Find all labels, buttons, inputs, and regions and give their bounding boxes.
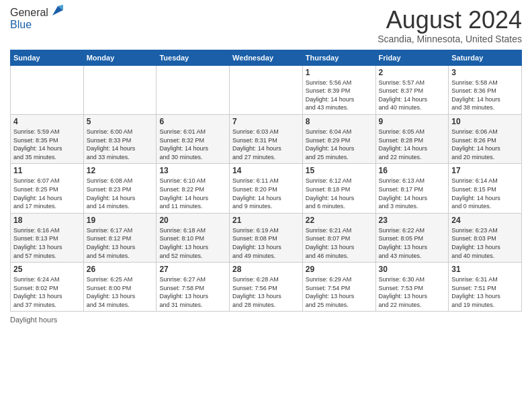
- weekday-header-row: Sunday Monday Tuesday Wednesday Thursday…: [11, 50, 522, 65]
- logo: General Blue: [10, 7, 66, 31]
- table-row: 31Sunrise: 6:31 AM Sunset: 7:51 PM Dayli…: [449, 263, 522, 312]
- day-number: 16: [379, 166, 446, 175]
- day-number: 22: [306, 216, 373, 225]
- day-info: Sunrise: 5:59 AM Sunset: 8:35 PM Dayligh…: [13, 128, 81, 161]
- day-info: Sunrise: 6:31 AM Sunset: 7:51 PM Dayligh…: [451, 275, 519, 309]
- footer: Daylight hours: [10, 316, 522, 324]
- day-info: Sunrise: 5:57 AM Sunset: 8:37 PM Dayligh…: [379, 79, 446, 112]
- day-info: Sunrise: 6:17 AM Sunset: 8:12 PM Dayligh…: [87, 226, 154, 260]
- day-number: 17: [451, 166, 519, 175]
- table-row: 14Sunrise: 6:11 AM Sunset: 8:20 PM Dayli…: [230, 164, 303, 213]
- logo-icon: [50, 2, 66, 18]
- table-row: 4Sunrise: 5:59 AM Sunset: 8:35 PM Daylig…: [11, 114, 84, 163]
- day-number: 6: [159, 117, 226, 126]
- table-row: 25Sunrise: 6:24 AM Sunset: 8:02 PM Dayli…: [11, 263, 84, 312]
- day-info: Sunrise: 6:00 AM Sunset: 8:33 PM Dayligh…: [87, 128, 154, 161]
- day-info: Sunrise: 6:13 AM Sunset: 8:17 PM Dayligh…: [379, 177, 446, 210]
- table-row: 21Sunrise: 6:19 AM Sunset: 8:08 PM Dayli…: [230, 213, 303, 262]
- table-row: 24Sunrise: 6:23 AM Sunset: 8:03 PM Dayli…: [449, 213, 522, 262]
- logo-blue-text: Blue: [10, 19, 66, 31]
- day-number: 26: [87, 265, 154, 274]
- day-number: 28: [232, 265, 300, 274]
- table-row: 17Sunrise: 6:14 AM Sunset: 8:15 PM Dayli…: [449, 164, 522, 213]
- table-row: 30Sunrise: 6:30 AM Sunset: 7:53 PM Dayli…: [375, 263, 449, 312]
- table-row: 3Sunrise: 5:58 AM Sunset: 8:36 PM Daylig…: [449, 65, 522, 114]
- col-saturday: Saturday: [449, 50, 522, 65]
- day-number: 2: [379, 68, 446, 77]
- day-info: Sunrise: 6:25 AM Sunset: 8:00 PM Dayligh…: [87, 275, 154, 309]
- table-row: 16Sunrise: 6:13 AM Sunset: 8:17 PM Dayli…: [375, 164, 449, 213]
- day-number: 4: [13, 117, 81, 126]
- day-info: Sunrise: 6:30 AM Sunset: 7:53 PM Dayligh…: [379, 275, 446, 309]
- daylight-label: Daylight hours: [10, 316, 57, 324]
- col-wednesday: Wednesday: [230, 50, 303, 65]
- day-info: Sunrise: 6:21 AM Sunset: 8:07 PM Dayligh…: [306, 226, 373, 260]
- location: Scandia, Minnesota, United States: [378, 34, 522, 44]
- day-number: 12: [87, 166, 154, 175]
- calendar-week-row: 4Sunrise: 5:59 AM Sunset: 8:35 PM Daylig…: [11, 114, 522, 163]
- table-row: [11, 65, 84, 114]
- table-row: 13Sunrise: 6:10 AM Sunset: 8:22 PM Dayli…: [157, 164, 230, 213]
- col-thursday: Thursday: [302, 50, 375, 65]
- table-row: 26Sunrise: 6:25 AM Sunset: 8:00 PM Dayli…: [83, 263, 157, 312]
- day-number: 23: [379, 216, 446, 225]
- table-row: 15Sunrise: 6:12 AM Sunset: 8:18 PM Dayli…: [302, 164, 375, 213]
- table-row: 19Sunrise: 6:17 AM Sunset: 8:12 PM Dayli…: [83, 213, 157, 262]
- col-monday: Monday: [83, 50, 157, 65]
- logo-general-text: General: [10, 7, 48, 19]
- day-info: Sunrise: 6:03 AM Sunset: 8:31 PM Dayligh…: [232, 128, 300, 161]
- day-number: 14: [232, 166, 300, 175]
- table-row: 18Sunrise: 6:16 AM Sunset: 8:13 PM Dayli…: [11, 213, 84, 262]
- calendar-week-row: 11Sunrise: 6:07 AM Sunset: 8:25 PM Dayli…: [11, 164, 522, 213]
- day-info: Sunrise: 6:18 AM Sunset: 8:10 PM Dayligh…: [159, 226, 226, 260]
- day-info: Sunrise: 6:22 AM Sunset: 8:05 PM Dayligh…: [379, 226, 446, 260]
- calendar-week-row: 1Sunrise: 5:56 AM Sunset: 8:39 PM Daylig…: [11, 65, 522, 114]
- table-row: [157, 65, 230, 114]
- day-info: Sunrise: 5:58 AM Sunset: 8:36 PM Dayligh…: [451, 79, 519, 112]
- page: General Blue August 2024 Scandia, Minnes…: [0, 0, 532, 411]
- table-row: 10Sunrise: 6:06 AM Sunset: 8:26 PM Dayli…: [449, 114, 522, 163]
- day-number: 31: [451, 265, 519, 274]
- day-number: 13: [159, 166, 226, 175]
- day-number: 20: [159, 216, 226, 225]
- day-number: 8: [306, 117, 373, 126]
- day-number: 21: [232, 216, 300, 225]
- table-row: 9Sunrise: 6:05 AM Sunset: 8:28 PM Daylig…: [375, 114, 449, 163]
- table-row: 23Sunrise: 6:22 AM Sunset: 8:05 PM Dayli…: [375, 213, 449, 262]
- day-info: Sunrise: 6:12 AM Sunset: 8:18 PM Dayligh…: [306, 177, 373, 210]
- calendar-week-row: 25Sunrise: 6:24 AM Sunset: 8:02 PM Dayli…: [11, 263, 522, 312]
- day-number: 24: [451, 216, 519, 225]
- day-info: Sunrise: 6:16 AM Sunset: 8:13 PM Dayligh…: [13, 226, 81, 260]
- day-number: 9: [379, 117, 446, 126]
- day-info: Sunrise: 6:27 AM Sunset: 7:58 PM Dayligh…: [159, 275, 226, 309]
- table-row: 8Sunrise: 6:04 AM Sunset: 8:29 PM Daylig…: [302, 114, 375, 163]
- table-row: [230, 65, 303, 114]
- title-block: August 2024 Scandia, Minnesota, United S…: [378, 7, 522, 44]
- table-row: 7Sunrise: 6:03 AM Sunset: 8:31 PM Daylig…: [230, 114, 303, 163]
- table-row: 28Sunrise: 6:28 AM Sunset: 7:56 PM Dayli…: [230, 263, 303, 312]
- day-info: Sunrise: 6:04 AM Sunset: 8:29 PM Dayligh…: [306, 128, 373, 161]
- day-info: Sunrise: 6:29 AM Sunset: 7:54 PM Dayligh…: [306, 275, 373, 309]
- day-number: 5: [87, 117, 154, 126]
- table-row: 5Sunrise: 6:00 AM Sunset: 8:33 PM Daylig…: [83, 114, 157, 163]
- col-sunday: Sunday: [11, 50, 84, 65]
- day-number: 1: [306, 68, 373, 77]
- col-friday: Friday: [375, 50, 449, 65]
- day-info: Sunrise: 6:01 AM Sunset: 8:32 PM Dayligh…: [159, 128, 226, 161]
- table-row: 29Sunrise: 6:29 AM Sunset: 7:54 PM Dayli…: [302, 263, 375, 312]
- month-title: August 2024: [378, 7, 522, 34]
- day-info: Sunrise: 6:23 AM Sunset: 8:03 PM Dayligh…: [451, 226, 519, 260]
- day-number: 19: [87, 216, 154, 225]
- day-number: 11: [13, 166, 81, 175]
- col-tuesday: Tuesday: [157, 50, 230, 65]
- day-info: Sunrise: 6:06 AM Sunset: 8:26 PM Dayligh…: [451, 128, 519, 161]
- day-number: 29: [306, 265, 373, 274]
- day-info: Sunrise: 6:07 AM Sunset: 8:25 PM Dayligh…: [13, 177, 81, 210]
- header: General Blue August 2024 Scandia, Minnes…: [10, 7, 522, 44]
- day-number: 30: [379, 265, 446, 274]
- day-number: 3: [451, 68, 519, 77]
- day-info: Sunrise: 5:56 AM Sunset: 8:39 PM Dayligh…: [306, 79, 373, 112]
- day-number: 7: [232, 117, 300, 126]
- table-row: 11Sunrise: 6:07 AM Sunset: 8:25 PM Dayli…: [11, 164, 84, 213]
- day-number: 27: [159, 265, 226, 274]
